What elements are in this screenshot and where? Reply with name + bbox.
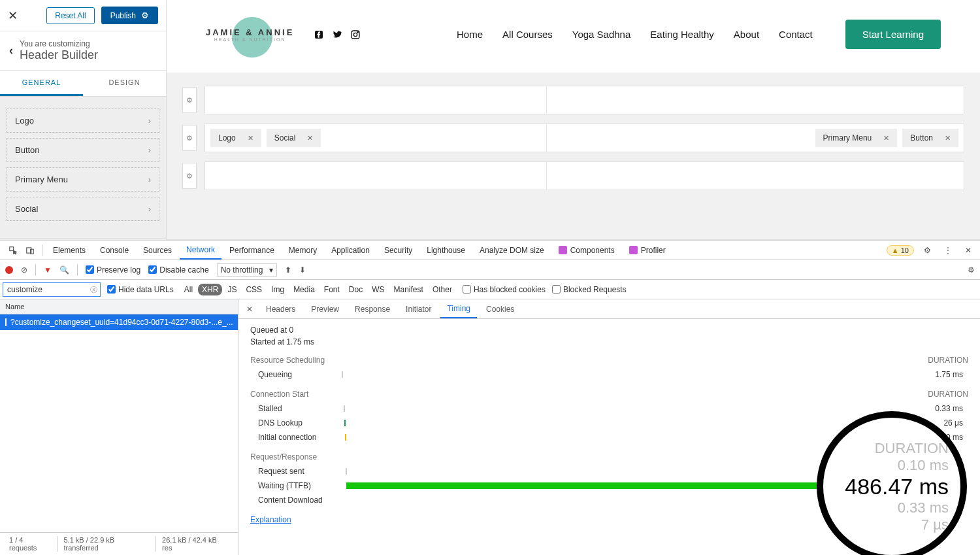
close-icon[interactable]: ✕ — [307, 134, 313, 143]
more-icon[interactable]: ⋮ — [941, 246, 955, 255]
tab-console[interactable]: Console — [93, 241, 135, 260]
tab-components[interactable]: Components — [552, 241, 621, 260]
magnifier-overlay: DURATION 0.10 ms 486.47 ms 0.33 ms 7 µs — [817, 411, 967, 555]
publish-button[interactable]: Publish ⚙ — [101, 7, 158, 24]
tab-application[interactable]: Application — [325, 241, 376, 260]
file-icon — [5, 318, 7, 326]
svg-point-5 — [354, 33, 357, 36]
filter-css[interactable]: CSS — [242, 284, 266, 295]
hide-data-urls-checkbox[interactable]: Hide data URLs — [107, 285, 174, 294]
settings-icon[interactable]: ⚙ — [968, 265, 975, 275]
nav-yoga-sadhna[interactable]: Yoga Sadhna — [572, 29, 631, 40]
tab-sources[interactable]: Sources — [137, 241, 178, 260]
builder-row-top[interactable] — [204, 86, 964, 114]
close-icon[interactable]: ✕ — [945, 134, 951, 143]
tab-memory[interactable]: Memory — [282, 241, 323, 260]
nav-contact[interactable]: Contact — [779, 29, 813, 40]
request-row[interactable]: ?customize_changeset_uuid=41d94cc3-0d71-… — [0, 314, 238, 330]
sidebar-item-button[interactable]: Button› — [7, 138, 159, 162]
upload-icon[interactable]: ⬆ — [285, 265, 291, 275]
nav-about[interactable]: About — [734, 29, 759, 40]
facebook-icon[interactable] — [314, 29, 324, 40]
tab-elements[interactable]: Elements — [46, 241, 92, 260]
close-icon[interactable]: ✕ — [8, 8, 21, 23]
row-settings-icon[interactable]: ⚙ — [182, 125, 197, 151]
request-list-header[interactable]: Name — [0, 299, 238, 314]
builder-row-main[interactable]: Logo✕ Social✕ Primary Menu✕ Button✕ — [204, 124, 964, 152]
nav-home[interactable]: Home — [457, 29, 483, 40]
status-bar: 1 / 4 requests 5.1 kB / 22.9 kB transfer… — [0, 532, 238, 555]
tab-profiler[interactable]: Profiler — [623, 241, 672, 260]
timing-queued: Queued at 0 — [250, 326, 968, 335]
close-icon[interactable]: ✕ — [883, 134, 889, 143]
tab-network[interactable]: Network — [180, 241, 221, 260]
blocked-requests-checkbox[interactable]: Blocked Requests — [552, 285, 627, 294]
filter-font[interactable]: Font — [320, 284, 344, 295]
sidebar-item-logo[interactable]: Logo› — [7, 109, 159, 133]
reset-all-button[interactable]: Reset All — [46, 7, 94, 24]
detail-tab-preview[interactable]: Preview — [304, 299, 346, 318]
start-learning-button[interactable]: Start Learning — [845, 20, 941, 49]
filter-media[interactable]: Media — [289, 284, 319, 295]
sidebar-item-social[interactable]: Social› — [7, 197, 159, 221]
filter-doc[interactable]: Doc — [345, 284, 367, 295]
row-settings-icon[interactable]: ⚙ — [182, 163, 197, 189]
close-icon[interactable]: ✕ — [962, 246, 975, 255]
settings-icon[interactable]: ⚙ — [921, 246, 934, 255]
chevron-right-icon: › — [148, 145, 151, 155]
clear-icon[interactable]: ⊘ — [21, 265, 27, 275]
react-icon — [559, 246, 567, 254]
filter-manifest[interactable]: Manifest — [390, 284, 427, 295]
warnings-badge[interactable]: ▲10 — [887, 245, 914, 256]
sidebar-item-primary-menu[interactable]: Primary Menu› — [7, 167, 159, 192]
request-list: Name ?customize_changeset_uuid=41d94cc3-… — [0, 299, 238, 555]
search-icon[interactable]: 🔍 — [59, 265, 69, 275]
chip-primary-menu[interactable]: Primary Menu✕ — [815, 129, 898, 147]
builder-row-bottom[interactable] — [204, 161, 964, 190]
filter-icon[interactable]: ▼ — [44, 265, 52, 275]
detail-tab-response[interactable]: Response — [348, 299, 397, 318]
filter-img[interactable]: Img — [267, 284, 288, 295]
detail-tab-initiator[interactable]: Initiator — [399, 299, 438, 318]
nav-eating-healthy[interactable]: Eating Healthy — [650, 29, 714, 40]
chevron-right-icon: › — [148, 204, 151, 214]
clear-icon[interactable]: ⓧ — [90, 285, 97, 295]
gear-icon[interactable]: ⚙ — [141, 10, 149, 20]
chip-button[interactable]: Button✕ — [902, 129, 958, 147]
close-detail-icon[interactable]: ✕ — [242, 305, 257, 314]
chip-social[interactable]: Social✕ — [267, 129, 321, 147]
nav-all-courses[interactable]: All Courses — [502, 29, 553, 40]
record-icon[interactable] — [5, 266, 13, 274]
chip-logo[interactable]: Logo✕ — [210, 129, 261, 147]
svg-point-6 — [357, 31, 358, 32]
filter-xhr[interactable]: XHR — [198, 284, 222, 295]
back-icon[interactable]: ‹ — [9, 44, 13, 58]
tab-general[interactable]: GENERAL — [0, 71, 83, 96]
filter-ws[interactable]: WS — [368, 284, 388, 295]
filter-input[interactable]: customizeⓧ — [3, 282, 101, 297]
filter-all[interactable]: All — [180, 284, 197, 295]
filter-other[interactable]: Other — [429, 284, 456, 295]
instagram-icon[interactable] — [350, 29, 361, 40]
download-icon[interactable]: ⬇ — [299, 265, 306, 275]
detail-tab-timing[interactable]: Timing — [440, 299, 477, 318]
close-icon[interactable]: ✕ — [248, 134, 253, 143]
preserve-log-checkbox[interactable]: Preserve log — [86, 265, 140, 275]
row-settings-icon[interactable]: ⚙ — [182, 87, 197, 113]
tab-performance[interactable]: Performance — [223, 241, 281, 260]
tab-design[interactable]: DESIGN — [83, 71, 166, 96]
blocked-cookies-checkbox[interactable]: Has blocked cookies — [463, 285, 546, 294]
tab-lighthouse[interactable]: Lighthouse — [420, 241, 472, 260]
inspect-icon[interactable] — [5, 246, 21, 255]
detail-tab-cookies[interactable]: Cookies — [480, 299, 521, 318]
detail-tab-headers[interactable]: Headers — [259, 299, 302, 318]
throttling-select[interactable]: No throttling ▾ — [217, 263, 278, 277]
filter-js[interactable]: JS — [223, 284, 240, 295]
tab-analyze-dom[interactable]: Analyze DOM size — [473, 241, 551, 260]
device-toggle-icon[interactable] — [22, 246, 38, 255]
disable-cache-checkbox[interactable]: Disable cache — [148, 265, 208, 275]
site-logo[interactable]: JAMIE & ANNIE HEALTH & NUTRITION — [206, 27, 294, 42]
chevron-right-icon: › — [148, 116, 151, 126]
tab-security[interactable]: Security — [378, 241, 419, 260]
twitter-icon[interactable] — [332, 29, 342, 40]
